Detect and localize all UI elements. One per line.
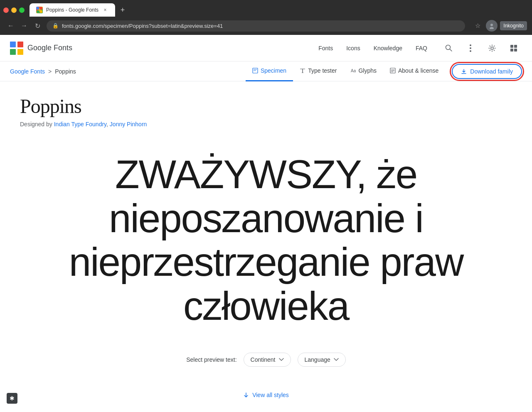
breadcrumb: Google Fonts > Poppins (10, 68, 76, 75)
svg-rect-19 (510, 49, 513, 52)
continent-dropdown[interactable]: Continent (244, 353, 291, 367)
main-header: Google Fonts Fonts Icons Knowledge FAQ (0, 35, 532, 61)
grid-view-button[interactable] (505, 40, 522, 56)
tab-glyphs[interactable]: Aa Glyphs (343, 61, 383, 81)
glyphs-icon: Aa (350, 68, 356, 74)
gear-icon (488, 44, 496, 52)
continent-chevron-icon (279, 358, 284, 361)
grid-icon (510, 44, 518, 52)
settings-button[interactable] (484, 40, 500, 56)
lock-icon: 🔒 (52, 23, 59, 29)
svg-rect-17 (510, 45, 513, 48)
tab-specimen[interactable]: Specimen (246, 61, 293, 81)
font-designers: Designed by Indian Type Foundry, Jonny P… (20, 121, 512, 128)
incognito-badge: Inkognito (500, 21, 527, 30)
tab-favicon (36, 7, 43, 13)
bookmark-button[interactable]: ☆ (472, 20, 483, 32)
svg-line-12 (450, 49, 452, 51)
view-all-arrow-icon (243, 392, 249, 398)
logo-text: Google Fonts (27, 44, 72, 52)
breadcrumb-current: Poppins (55, 68, 76, 75)
preview-text: ZWAŻYWSZY, że nieposzanowanie i nieprzes… (28, 152, 504, 328)
breadcrumb-home[interactable]: Google Fonts (10, 68, 45, 75)
view-all-styles-link[interactable]: View all styles (243, 392, 289, 398)
subheader: Google Fonts > Poppins Specimen Type t (0, 61, 532, 81)
back-button[interactable]: ← (5, 20, 17, 32)
svg-point-13 (470, 44, 471, 46)
profile-button[interactable] (486, 20, 498, 32)
svg-rect-9 (10, 49, 16, 55)
tab-type-tester[interactable]: Type tester (293, 61, 343, 81)
tab-about[interactable]: About & license (383, 61, 445, 81)
designer2-link[interactable]: Jonny Pinhorn (110, 121, 147, 128)
forward-button[interactable]: → (18, 20, 30, 32)
specimen-icon (252, 68, 258, 74)
new-tab-button[interactable]: + (117, 4, 128, 16)
close-button[interactable] (3, 7, 9, 13)
google-fonts-logo: Google Fonts (10, 42, 72, 55)
svg-rect-0 (37, 7, 39, 10)
svg-text:Aa: Aa (351, 69, 356, 73)
font-preview-area: ZWAŻYWSZY, że nieposzanowanie i nieprzes… (20, 128, 512, 344)
svg-rect-18 (514, 45, 517, 48)
tab-bar: Poppins - Google Fonts × + (0, 0, 532, 17)
svg-rect-7 (10, 42, 16, 47)
maximize-button[interactable] (19, 7, 25, 13)
svg-rect-10 (17, 49, 23, 55)
more-icon (470, 44, 471, 52)
address-bar: ← → ↻ 🔒 fonts.google.com/specimen/Poppin… (0, 17, 532, 35)
nav-fonts[interactable]: Fonts (318, 45, 333, 52)
select-preview-label: Select preview text: (186, 356, 236, 363)
about-icon (390, 68, 396, 74)
main-nav: Fonts Icons Knowledge FAQ (318, 45, 427, 52)
browser-actions: ☆ Inkognito (472, 20, 527, 32)
search-icon (445, 44, 453, 52)
more-options-button[interactable] (462, 40, 479, 56)
accessibility-widget[interactable]: ✱ (7, 393, 17, 404)
designer1-link[interactable]: Indian Type Foundry (54, 121, 106, 128)
reload-button[interactable]: ↻ (32, 20, 43, 32)
download-family-button[interactable]: Download family (452, 64, 522, 79)
svg-rect-3 (40, 10, 42, 13)
svg-rect-1 (40, 7, 42, 10)
svg-point-14 (470, 47, 471, 49)
nav-buttons: ← → ↻ (5, 20, 43, 32)
logo-icon (10, 42, 23, 55)
nav-knowledge[interactable]: Knowledge (374, 45, 402, 52)
font-tabs: Specimen Type tester Aa Glyphs (246, 61, 445, 81)
language-chevron-icon (334, 358, 339, 361)
minimize-button[interactable] (11, 7, 17, 13)
language-dropdown[interactable]: Language (298, 353, 346, 367)
svg-point-5 (490, 24, 493, 26)
main-content: Poppins Designed by Indian Type Foundry,… (0, 81, 532, 407)
nav-faq[interactable]: FAQ (416, 45, 427, 52)
window-controls (3, 7, 25, 13)
download-icon (461, 69, 467, 74)
breadcrumb-separator: > (48, 68, 52, 75)
browser-chrome: Poppins - Google Fonts × + ← → ↻ 🔒 fonts… (0, 0, 532, 35)
svg-point-15 (470, 50, 471, 52)
header-actions (441, 40, 522, 56)
svg-point-11 (446, 45, 451, 49)
view-all-styles-section: View all styles (20, 383, 512, 407)
browser-tab[interactable]: Poppins - Google Fonts × (30, 3, 115, 17)
tab-close-button[interactable]: × (102, 7, 108, 13)
type-tester-icon (300, 68, 305, 74)
url-bar[interactable]: 🔒 fonts.google.com/specimen/Poppins?subs… (47, 20, 465, 32)
search-button[interactable] (441, 40, 457, 56)
nav-icons[interactable]: Icons (346, 45, 360, 52)
preview-controls: Select preview text: Continent Language (20, 344, 512, 383)
app-container: Google Fonts Fonts Icons Knowledge FAQ (0, 35, 532, 407)
font-title: Poppins (20, 95, 512, 118)
url-text: fonts.google.com/specimen/Poppins?subset… (62, 23, 223, 29)
tab-title: Poppins - Google Fonts (46, 7, 99, 13)
svg-rect-2 (37, 10, 39, 13)
svg-rect-8 (17, 42, 23, 47)
svg-point-16 (491, 47, 493, 49)
svg-rect-20 (514, 49, 517, 52)
